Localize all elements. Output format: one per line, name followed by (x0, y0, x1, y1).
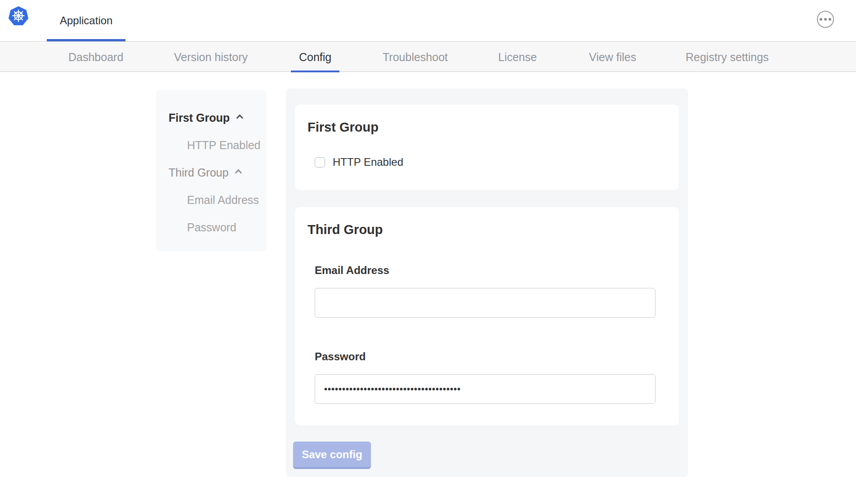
config-panel: First Group HTTP Enabled Third Group Ema… (286, 88, 688, 477)
email-address-input[interactable] (315, 288, 655, 318)
config-group-sidebar: First Group HTTP Enabled Third Group Ema… (156, 90, 267, 252)
sidebar-item-label: Email Address (187, 194, 259, 207)
chevron-up-icon (235, 169, 242, 177)
app-tab[interactable]: Application (47, 0, 125, 41)
sidebar-item-password[interactable]: Password (176, 214, 267, 241)
ellipsis-icon (820, 18, 822, 21)
sidebar-item-first-group[interactable]: First Group (169, 104, 267, 132)
password-input[interactable] (315, 374, 655, 404)
app-subnav: Dashboard Version history Config Trouble… (0, 42, 856, 72)
header-bar: Application (0, 0, 856, 42)
tab-registry-settings[interactable]: Registry settings (686, 42, 769, 72)
sidebar-item-label: HTTP Enabled (187, 139, 261, 152)
password-field: Password (315, 350, 666, 404)
tab-version-history[interactable]: Version history (174, 42, 248, 72)
http-enabled-label: HTTP Enabled (333, 156, 403, 168)
tab-dashboard[interactable]: Dashboard (68, 42, 123, 72)
page: Application Dashboard Version history Co… (0, 0, 856, 504)
password-label: Password (315, 350, 666, 363)
http-enabled-field: HTTP Enabled (315, 156, 666, 168)
app-tab-label: Application (60, 14, 112, 27)
sidebar-item-label: Password (187, 221, 236, 234)
sidebar-item-label: First Group (169, 111, 230, 124)
ellipsis-icon (824, 18, 827, 21)
tab-troubleshoot[interactable]: Troubleshoot (383, 42, 448, 72)
sidebar-item-label: Third Group (169, 166, 228, 179)
tab-license[interactable]: License (498, 42, 537, 72)
http-enabled-checkbox[interactable] (315, 157, 325, 168)
sidebar-item-third-group[interactable]: Third Group (169, 159, 267, 186)
save-config-button[interactable]: Save config (293, 442, 371, 467)
overflow-menu-button[interactable] (817, 11, 834, 28)
sidebar-item-email-address[interactable]: Email Address (176, 186, 267, 214)
config-group-card-third: Third Group Email Address Password (295, 207, 679, 425)
group-title: First Group (308, 118, 666, 136)
config-group-card-first: First Group HTTP Enabled (295, 105, 679, 190)
kubernetes-logo-icon (8, 6, 29, 27)
group-title: Third Group (308, 221, 666, 239)
email-address-label: Email Address (315, 264, 666, 277)
sidebar-item-http-enabled[interactable]: HTTP Enabled (176, 132, 267, 159)
tab-view-files[interactable]: View files (589, 42, 636, 72)
tab-config[interactable]: Config (299, 42, 331, 72)
ellipsis-icon (829, 18, 831, 21)
chevron-up-icon (236, 115, 244, 122)
email-address-field: Email Address (315, 264, 666, 318)
